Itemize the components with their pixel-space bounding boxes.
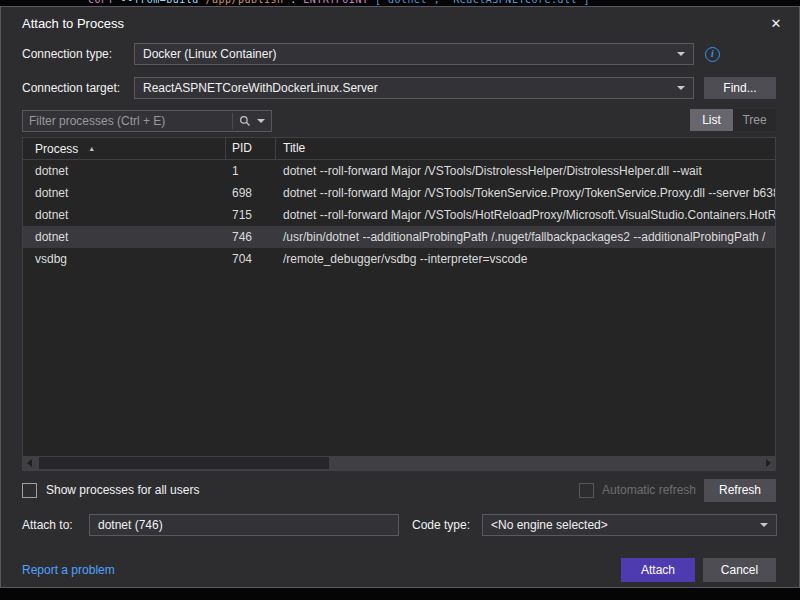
automatic-refresh-checkbox[interactable]: [579, 483, 594, 498]
background-code-line: COPY --from=build /app/publish . ENTRYPO…: [88, 0, 590, 5]
process-table-header: Process▲ PID Title: [23, 138, 775, 160]
close-icon[interactable]: ✕: [761, 12, 791, 36]
scrollbar-thumb[interactable]: [39, 457, 329, 469]
cell-title: dotnet --roll-forward Major /VSTools/Dis…: [276, 160, 775, 182]
show-all-users-label: Show processes for all users: [46, 479, 199, 501]
tree-view-button[interactable]: Tree: [733, 109, 776, 131]
horizontal-scrollbar[interactable]: [23, 456, 775, 470]
connection-type-label: Connection type:: [22, 43, 112, 65]
filter-processes-input[interactable]: Filter processes (Ctrl + E): [22, 110, 272, 132]
cell-process: dotnet: [23, 160, 226, 182]
scroll-left-arrow-icon[interactable]: [23, 456, 37, 470]
cell-process: dotnet: [23, 204, 226, 226]
cell-pid: 698: [226, 182, 276, 204]
table-row[interactable]: dotnet746/usr/bin/dotnet --additionalPro…: [23, 226, 775, 248]
column-header-title[interactable]: Title: [276, 138, 775, 160]
table-row[interactable]: dotnet698dotnet --roll-forward Major /VS…: [23, 182, 775, 204]
cell-pid: 746: [226, 226, 276, 248]
filter-search-controls[interactable]: [232, 113, 265, 129]
automatic-refresh-label: Automatic refresh: [602, 479, 696, 501]
view-toggle: List Tree: [690, 109, 776, 131]
cell-pid: 715: [226, 204, 276, 226]
attach-to-label: Attach to:: [22, 514, 73, 536]
filter-placeholder: Filter processes (Ctrl + E): [29, 114, 232, 128]
cell-pid: 1: [226, 160, 276, 182]
table-row[interactable]: dotnet715dotnet --roll-forward Major /VS…: [23, 204, 775, 226]
cell-process: dotnet: [23, 182, 226, 204]
cell-title: /usr/bin/dotnet --additionalProbingPath …: [276, 226, 775, 248]
cell-process: dotnet: [23, 226, 226, 248]
show-all-users-checkbox[interactable]: [22, 483, 37, 498]
connection-type-dropdown[interactable]: Docker (Linux Container): [134, 43, 694, 65]
connection-target-label: Connection target:: [22, 77, 120, 99]
report-problem-link[interactable]: Report a problem: [22, 558, 115, 582]
screen: COPY --from=build /app/publish . ENTRYPO…: [0, 0, 800, 600]
column-header-process[interactable]: Process▲: [23, 138, 226, 160]
column-header-process-label: Process: [35, 142, 78, 156]
code-type-value: <No engine selected>: [491, 518, 760, 532]
table-row[interactable]: vsdbg704/remote_debugger/vsdbg --interpr…: [23, 248, 775, 270]
chevron-down-icon: [677, 86, 685, 90]
attach-to-process-dialog: Attach to Process ✕ Connection type: Doc…: [0, 6, 800, 588]
connection-target-dropdown[interactable]: ReactASPNETCoreWithDockerLinux.Server: [134, 77, 694, 99]
attach-to-input[interactable]: dotnet (746): [89, 514, 399, 536]
process-rows: dotnet1dotnet --roll-forward Major /VSTo…: [23, 160, 775, 270]
sort-asc-icon: ▲: [88, 145, 95, 152]
chevron-down-icon: [257, 119, 265, 123]
column-header-pid[interactable]: PID: [226, 138, 276, 160]
cancel-button[interactable]: Cancel: [703, 558, 776, 582]
cell-title: dotnet --roll-forward Major /VSTools/Hot…: [276, 204, 775, 226]
cell-title: /remote_debugger/vsdbg --interpreter=vsc…: [276, 248, 775, 270]
list-view-button[interactable]: List: [690, 109, 733, 131]
search-icon: [239, 115, 251, 127]
connection-type-value: Docker (Linux Container): [143, 47, 677, 61]
chevron-down-icon: [677, 52, 685, 56]
cell-pid: 704: [226, 248, 276, 270]
process-table: Process▲ PID Title dotnet1dotnet --roll-…: [22, 137, 776, 471]
code-type-label: Code type:: [412, 514, 470, 536]
connection-target-value: ReactASPNETCoreWithDockerLinux.Server: [143, 81, 677, 95]
table-row[interactable]: dotnet1dotnet --roll-forward Major /VSTo…: [23, 160, 775, 182]
refresh-button[interactable]: Refresh: [704, 479, 776, 502]
cell-process: vsdbg: [23, 248, 226, 270]
find-button[interactable]: Find...: [704, 77, 776, 99]
cell-title: dotnet --roll-forward Major /VSTools/Tok…: [276, 182, 775, 204]
info-icon[interactable]: i: [705, 47, 720, 62]
attach-button[interactable]: Attach: [621, 558, 695, 582]
code-type-dropdown[interactable]: <No engine selected>: [482, 514, 777, 536]
chevron-down-icon: [760, 523, 768, 527]
scroll-right-arrow-icon[interactable]: [761, 456, 775, 470]
dialog-title: Attach to Process: [22, 16, 124, 31]
